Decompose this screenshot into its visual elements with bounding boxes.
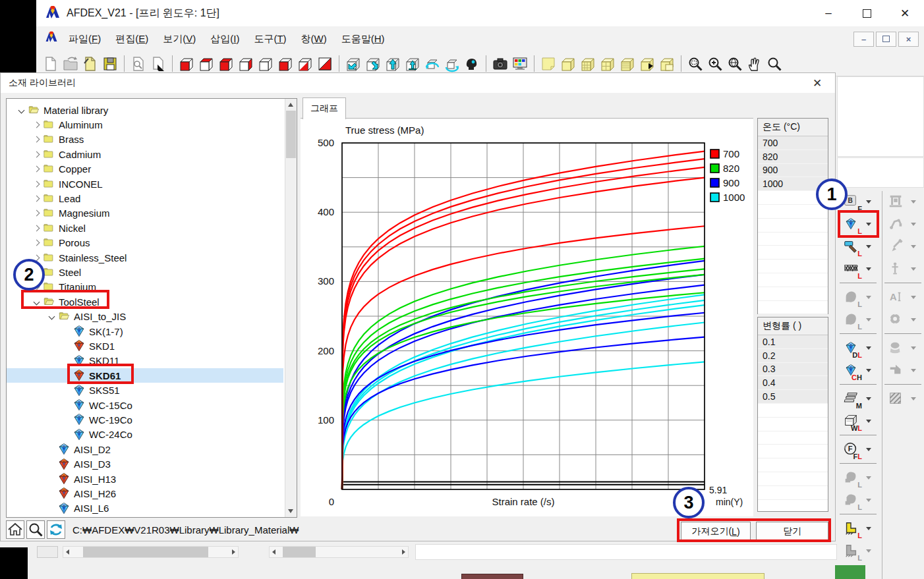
dropdown-arrow-icon[interactable] [866,200,871,204]
mesh-cube-1-icon[interactable] [558,55,578,73]
dropdown-arrow-icon[interactable] [866,549,871,553]
dropdown-arrow-icon[interactable] [866,527,871,530]
dropdown-arrow-icon[interactable] [911,318,916,321]
graph-tab[interactable]: 그래프 [303,97,346,119]
home-button[interactable] [6,520,24,539]
menu-v[interactable]: 보기(V) [163,33,196,45]
list-value-row[interactable]: 900 [758,164,828,178]
tree-item-skd61[interactable]: SKD61 [7,368,283,383]
move-up-icon[interactable] [383,55,403,73]
view-solid-icon[interactable] [216,55,236,73]
menu-f[interactable]: 파일(F) [69,33,101,45]
list-value-row[interactable]: 0.4 [758,376,828,390]
minimize-button[interactable]: – [809,0,848,26]
forming-library-button[interactable]: FFL [841,439,879,460]
tree-item-porous[interactable]: Porous [7,236,283,250]
move-right-down-icon[interactable] [363,55,383,73]
tree-item-brass[interactable]: Brass [7,132,283,147]
new-file-icon[interactable] [41,55,61,73]
library-b-button[interactable]: L [841,309,879,330]
dropdown-arrow-icon[interactable] [866,369,871,372]
horizontal-scrollbar-right[interactable] [269,546,409,558]
menu-w[interactable]: 창(W) [301,33,327,45]
scroll-right-arrow[interactable] [232,549,235,555]
tool-library-button[interactable]: L [841,236,879,257]
view-cut-icon[interactable] [295,55,315,73]
scroll-right-arrow[interactable] [402,549,405,555]
dropdown-arrow-icon[interactable] [866,245,871,248]
scrollbar-thumb[interactable] [83,547,208,557]
horizontal-scrollbar-left[interactable] [63,546,239,558]
dropdown-arrow-icon[interactable] [866,267,871,271]
menu-h[interactable]: 도움말(H) [341,33,385,45]
mesh-cube-5-icon[interactable] [637,55,657,73]
tree-item-magnesium[interactable]: Magnesium [7,206,283,221]
tree-item-aisi-d3[interactable]: AISI_D3 [7,457,283,472]
scroll-left-arrow[interactable] [66,549,69,555]
view-top-icon[interactable] [196,55,216,73]
coil-library-button[interactable]: L [841,258,879,279]
ring-tool-button[interactable] [886,309,924,330]
dropdown-arrow-icon[interactable] [866,448,871,451]
tree-item-copper[interactable]: Copper [7,162,283,177]
tree-item-skd11[interactable]: SKD11 [7,354,283,368]
dropdown-arrow-icon[interactable] [911,245,916,248]
sheet-library-button[interactable]: M [841,388,879,409]
tree-item-skd1[interactable]: SKD1 [7,339,283,353]
dropdown-arrow-icon[interactable] [911,223,916,226]
mesh-cube-3-icon[interactable] [598,55,618,73]
text-tool-button[interactable]: A [886,287,924,308]
dialog-close-button[interactable]: ✕ [809,75,826,91]
pan-icon[interactable] [745,55,765,73]
tree-item-steel[interactable]: Steel [7,265,283,279]
die-library-button[interactable]: DL [841,337,879,358]
dropdown-arrow-icon[interactable] [866,296,871,299]
tree-item-wc-19co[interactable]: WC-19Co [7,412,283,427]
chevron-right-icon[interactable] [31,123,42,127]
cold-hot-library-button[interactable]: CH [841,360,879,381]
view-half-icon[interactable] [315,55,335,73]
scroll-down-arrow[interactable] [288,509,293,513]
dropdown-arrow-icon[interactable] [911,369,916,372]
menu-t[interactable]: 도구(T) [254,33,286,45]
view-front-icon[interactable] [177,55,196,73]
move-left-down-icon[interactable] [343,55,363,73]
refresh-button[interactable] [47,520,65,539]
tree-item-sk-1-7-[interactable]: SK(1-7) [7,324,283,339]
tree-item-inconel[interactable]: INCONEL [7,177,283,191]
zoom-more-icon[interactable] [765,55,784,73]
snapshot-icon[interactable] [490,55,510,73]
tree-item-aisi-d2[interactable]: AISI_D2 [7,442,283,456]
press-tool-button[interactable] [886,191,924,212]
chevron-down-icon[interactable] [46,314,57,319]
chevron-right-icon[interactable] [31,152,42,157]
tree-item-lead[interactable]: Lead [7,191,283,206]
tree-item-cadmium[interactable]: Cadmium [7,147,283,161]
library-a-button[interactable]: L [841,287,879,308]
library-c-button[interactable]: L [841,467,879,488]
tree-item-aisi-h13[interactable]: AISI_H13 [7,472,283,486]
search-button[interactable] [26,520,45,539]
tree-item-nickel[interactable]: Nickel [7,221,283,235]
view-front2-icon[interactable] [275,55,295,73]
tree-item-wc-24co[interactable]: WC-24Co [7,427,283,442]
list-value-row[interactable]: 0.5 [758,390,828,404]
zoom-in-icon[interactable] [705,55,725,73]
import-file-icon[interactable] [80,55,100,73]
dropdown-arrow-icon[interactable] [911,200,916,204]
rotate-cw-icon[interactable] [442,55,462,73]
view-left-icon[interactable] [236,55,256,73]
tree-item-stainless-steel[interactable]: Stainless_Steel [7,250,283,265]
dropdown-arrow-icon[interactable] [866,420,871,423]
list-value-row[interactable]: 0.1 [758,335,828,349]
scrollbar-thumb[interactable] [286,111,296,158]
mdi-close-button[interactable]: × [898,32,919,47]
dropdown-arrow-icon[interactable] [911,346,916,350]
dropper-tool-button[interactable] [886,236,924,257]
list-value-row[interactable]: 0.2 [758,349,828,363]
corner-tool-button[interactable] [886,360,924,381]
dropdown-arrow-icon[interactable] [866,397,871,400]
close-button[interactable]: ✕ [886,0,924,26]
tree-item-sks51[interactable]: SKS51 [7,383,283,398]
list-value-row[interactable]: 820 [758,150,828,164]
